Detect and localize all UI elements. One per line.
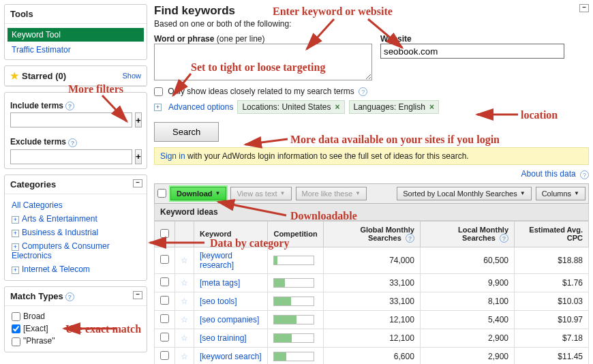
view-as-text-button[interactable]: View as text ▼ <box>230 187 291 200</box>
global-searches: 12,100 <box>323 311 420 329</box>
global-searches: 74,000 <box>323 247 420 274</box>
table-row: ☆[meta tags]33,1009,900$1.76 <box>155 274 589 292</box>
cpc: $18.88 <box>515 247 589 274</box>
categories-header: Categories – <box>5 175 147 194</box>
sort-dropdown[interactable]: Sorted by Local Monthly Searches ▼ <box>397 187 531 200</box>
expand-category-icon[interactable]: + <box>12 216 19 224</box>
cpc: $10.03 <box>515 292 589 311</box>
col-global[interactable]: Global Monthly Searches ? <box>323 221 420 247</box>
star-icon[interactable]: ☆ <box>181 278 188 288</box>
expand-advanced[interactable]: + <box>154 104 162 111</box>
col-competition[interactable]: Competition <box>268 221 323 247</box>
local-searches: 8,100 <box>420 292 514 311</box>
exclude-add-button[interactable]: + <box>135 149 142 164</box>
competition-bar <box>273 256 314 265</box>
include-add-button[interactable]: + <box>135 112 142 127</box>
help-icon[interactable]: ? <box>500 234 508 243</box>
star-icon[interactable]: ☆ <box>181 352 188 361</box>
page-title: Find keywords <box>154 4 589 18</box>
website-label: Website <box>380 34 412 44</box>
signin-bar: Sign in with your AdWords login informat… <box>154 147 589 165</box>
category-link[interactable]: Internet & Telecom <box>22 264 90 274</box>
star-icon[interactable]: ☆ <box>181 256 188 265</box>
match-exact-label: [Exact] <box>23 324 48 333</box>
sidebar-item-traffic-estimator[interactable]: Traffic Estimator <box>7 43 144 57</box>
expand-category-icon[interactable]: + <box>12 267 19 274</box>
include-terms-input[interactable] <box>10 112 132 127</box>
col-cpc[interactable]: Estimated Avg. CPC <box>515 221 589 247</box>
match-broad-label: Broad <box>23 312 45 321</box>
local-searches: 2,900 <box>420 329 514 348</box>
page-subtitle: Based on one or both of the following: <box>154 19 589 29</box>
help-icon[interactable]: ? <box>65 102 74 110</box>
competition-bar <box>273 278 314 288</box>
category-link[interactable]: Computers & Consumer Electronics <box>12 241 110 260</box>
remove-location-icon[interactable]: × <box>335 102 339 112</box>
select-all-checkbox[interactable] <box>160 229 169 238</box>
col-keyword[interactable]: Keyword <box>194 221 268 247</box>
keyword-link[interactable]: [seo training] <box>200 333 247 343</box>
help-icon[interactable]: ? <box>406 234 414 243</box>
about-data-link[interactable]: About this data <box>521 169 576 179</box>
help-icon[interactable]: ? <box>580 170 589 179</box>
search-button[interactable]: Search <box>154 122 219 142</box>
category-link[interactable]: Business & Industrial <box>22 228 98 237</box>
website-input[interactable] <box>380 44 564 59</box>
expand-category-icon[interactable]: + <box>12 230 19 237</box>
global-searches: 33,100 <box>323 274 420 292</box>
collapse-categories[interactable]: – <box>133 179 142 187</box>
advanced-options-link[interactable]: Advanced options <box>168 102 233 112</box>
keyword-link[interactable]: [keyword research] <box>200 251 234 270</box>
global-searches: 12,100 <box>323 329 420 348</box>
signin-link[interactable]: Sign in <box>160 151 185 161</box>
cpc: $11.45 <box>515 348 589 364</box>
language-tag[interactable]: Languages: English× <box>349 100 439 114</box>
star-icon[interactable]: ☆ <box>181 297 188 306</box>
match-broad-checkbox[interactable] <box>12 312 20 321</box>
exclude-terms-input[interactable] <box>10 149 132 164</box>
row-checkbox[interactable] <box>160 314 169 323</box>
more-like-these-button[interactable]: More like these ▼ <box>296 187 367 200</box>
keyword-link[interactable]: [keyword search] <box>200 352 262 361</box>
select-all-toolbar-checkbox[interactable] <box>157 189 166 198</box>
match-phrase-checkbox[interactable] <box>12 337 20 346</box>
help-icon[interactable]: ? <box>65 292 74 301</box>
row-checkbox[interactable] <box>160 333 169 342</box>
remove-language-icon[interactable]: × <box>429 102 434 112</box>
location-tag[interactable]: Locations: United States× <box>237 100 344 114</box>
starred-show-link[interactable]: Show <box>122 72 141 80</box>
collapse-match[interactable]: – <box>133 291 142 299</box>
category-link[interactable]: All Categories <box>12 200 63 210</box>
competition-bar <box>273 352 314 361</box>
collapse-exclude[interactable]: – <box>579 4 589 12</box>
help-icon[interactable]: ? <box>68 138 77 147</box>
sidebar-item-keyword-tool[interactable]: Keyword Tool <box>7 28 144 42</box>
download-button[interactable]: Download ▼ <box>170 187 226 200</box>
help-icon[interactable]: ? <box>359 87 367 96</box>
star-icon: ★ <box>10 70 19 81</box>
tools-header: Tools <box>5 5 147 24</box>
columns-dropdown[interactable]: Columns ▼ <box>536 187 586 200</box>
match-phrase-label: "Phrase" <box>23 336 55 346</box>
keyword-link[interactable]: [seo tools] <box>200 297 237 306</box>
row-checkbox[interactable] <box>160 277 169 286</box>
star-icon[interactable]: ☆ <box>181 315 188 324</box>
table-row: ☆[keyword search]6,6002,900$11.45 <box>155 348 589 364</box>
keyword-link[interactable]: [seo companies] <box>200 315 259 324</box>
col-local[interactable]: Local Monthly Searches ? <box>420 221 514 247</box>
starred-label: ★Starred (0) <box>10 70 66 81</box>
category-link[interactable]: Arts & Entertainment <box>22 214 97 224</box>
table-row: ☆[seo training]12,1002,900$7.18 <box>155 329 589 348</box>
only-show-checkbox[interactable] <box>154 87 163 96</box>
row-checkbox[interactable] <box>160 255 169 264</box>
match-exact-checkbox[interactable] <box>12 324 20 333</box>
word-phrase-label: Word or phrase (one per line) <box>154 34 265 44</box>
keyword-link[interactable]: [meta tags] <box>200 278 240 288</box>
row-checkbox[interactable] <box>160 351 169 360</box>
local-searches: 9,900 <box>420 274 514 292</box>
word-phrase-input[interactable] <box>154 44 372 80</box>
star-icon[interactable]: ☆ <box>181 333 188 343</box>
local-searches: 5,400 <box>420 311 514 329</box>
row-checkbox[interactable] <box>160 296 169 305</box>
expand-category-icon[interactable]: + <box>12 243 19 251</box>
